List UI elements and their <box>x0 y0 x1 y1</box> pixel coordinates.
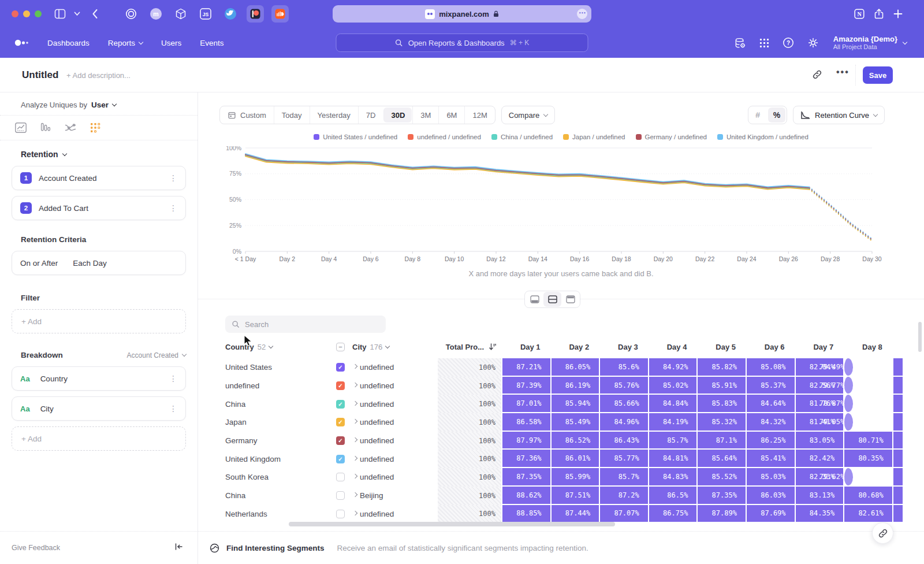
give-feedback-link[interactable]: Give Feedback <box>12 544 60 552</box>
tab-insights[interactable] <box>8 116 33 140</box>
apps-grid-icon[interactable] <box>759 38 769 48</box>
criteria-condition-selector[interactable]: On or After <box>20 259 58 268</box>
share-link-fab[interactable] <box>872 522 893 544</box>
breakdown-card-city[interactable]: Aa City ⋮ <box>12 396 186 421</box>
expand-row-icon[interactable] <box>351 366 360 368</box>
day-column-header[interactable]: Day 8 <box>843 343 892 351</box>
report-title[interactable]: Untitled <box>22 69 58 81</box>
back-icon[interactable] <box>92 9 98 19</box>
range-7d[interactable]: 7D <box>358 106 383 124</box>
row-checkbox[interactable] <box>336 473 345 481</box>
step-card-added-to-cart[interactable]: 2 Added To Cart ⋮ <box>12 196 186 220</box>
expand-row-icon[interactable] <box>351 403 360 405</box>
compare-button[interactable]: Compare <box>501 106 555 124</box>
kebab-menu-icon[interactable]: ⋮ <box>169 406 177 411</box>
day-column-header[interactable]: Day 2 <box>550 343 599 351</box>
settings-gear-icon[interactable] <box>807 37 819 49</box>
close-window-icon[interactable] <box>12 10 18 17</box>
range-6m[interactable]: 6M <box>438 106 464 124</box>
legend-item[interactable]: United States / undefined <box>314 133 397 140</box>
range-yesterday[interactable]: Yesterday <box>310 106 358 124</box>
legend-item[interactable]: Japan / undefined <box>563 133 625 140</box>
nav-item-reports[interactable]: Reports <box>108 39 143 47</box>
tab-funnels[interactable] <box>33 116 58 140</box>
kebab-menu-icon[interactable]: ⋮ <box>169 205 177 211</box>
url-more-icon[interactable]: ⋯ <box>577 9 587 19</box>
view-toggle-bottom-panel-icon[interactable] <box>526 292 543 307</box>
help-icon[interactable]: ? <box>783 37 794 49</box>
day-column-header[interactable]: Day 7 <box>795 343 844 351</box>
vertical-scrollbar[interactable] <box>918 322 922 352</box>
collapse-sidebar-icon[interactable] <box>174 543 183 553</box>
row-checkbox[interactable]: ✓ <box>336 381 345 390</box>
chevron-down-icon[interactable] <box>74 12 80 16</box>
range-12m[interactable]: 12M <box>464 106 494 124</box>
select-all-checkbox[interactable]: – <box>336 343 345 351</box>
nav-item-dashboards[interactable]: Dashboards <box>47 39 90 47</box>
cube-favicon[interactable] <box>172 5 189 23</box>
sort-icon[interactable] <box>489 343 497 351</box>
data-management-icon[interactable] <box>734 37 746 49</box>
js-favicon[interactable]: JS <box>197 5 214 23</box>
range-custom[interactable]: Custom <box>220 106 274 124</box>
add-filter-button[interactable]: + Add <box>12 309 186 333</box>
tab-flows[interactable] <box>58 116 83 140</box>
maximize-window-icon[interactable] <box>35 10 42 17</box>
range-3m[interactable]: 3M <box>412 106 438 124</box>
total-column-header[interactable]: Total Pro... <box>438 343 501 351</box>
expand-row-icon[interactable] <box>351 513 360 515</box>
breakdown-scope-selector[interactable]: Account Created <box>127 351 186 359</box>
new-tab-icon[interactable] <box>893 9 903 19</box>
legend-item[interactable]: China / undefined <box>491 133 553 140</box>
legend-item[interactable]: United Kingdom / undefined <box>717 133 808 140</box>
horizontal-scrollbar[interactable] <box>289 522 615 526</box>
expand-row-icon[interactable] <box>351 476 360 478</box>
range-30d[interactable]: 30D <box>383 107 412 123</box>
expand-row-icon[interactable] <box>351 440 360 441</box>
kebab-menu-icon[interactable]: ⋮ <box>169 175 177 181</box>
range-today[interactable]: Today <box>274 106 310 124</box>
expand-row-icon[interactable] <box>351 385 360 387</box>
save-button[interactable]: Save <box>863 66 893 84</box>
expand-row-icon[interactable] <box>351 495 360 496</box>
view-toggle-top-panel-icon[interactable] <box>561 292 579 307</box>
step-card-account-created[interactable]: 1 Account Created ⋮ <box>12 166 186 190</box>
bird-favicon[interactable] <box>222 5 239 23</box>
day-column-header[interactable]: Day 1 <box>501 343 550 351</box>
mixpanel-logo-icon[interactable] <box>14 39 30 47</box>
letter-m-favicon[interactable]: m <box>147 5 165 23</box>
copy-link-icon[interactable] <box>812 69 822 82</box>
global-search-button[interactable]: Open Reports & Dashboards ⌘ + K <box>336 34 588 52</box>
segments-title[interactable]: Find Interesting Segments <box>226 544 325 552</box>
patreon-favicon[interactable] <box>247 5 264 23</box>
expand-row-icon[interactable] <box>351 421 360 423</box>
table-search[interactable] <box>225 316 386 333</box>
row-checkbox[interactable]: ✓ <box>336 455 345 463</box>
tab-retention[interactable] <box>83 116 107 140</box>
row-checkbox[interactable]: ✓ <box>336 363 345 372</box>
criteria-interval-selector[interactable]: Each Day <box>73 259 107 268</box>
day-column-header[interactable]: Day 6 <box>746 343 795 351</box>
expand-row-icon[interactable] <box>351 458 360 460</box>
breakdown-card-country[interactable]: Aa Country ⋮ <box>12 366 186 391</box>
day-column-header[interactable]: Day 3 <box>599 343 648 351</box>
soundcloud-favicon[interactable] <box>271 5 289 23</box>
kebab-menu-icon[interactable]: ⋮ <box>169 376 177 381</box>
notion-extension-icon[interactable]: N <box>854 8 865 20</box>
retention-section-title[interactable]: Retention <box>21 150 58 159</box>
view-toggle-split-rows-icon[interactable] <box>543 292 561 307</box>
report-description-placeholder[interactable]: + Add description... <box>66 71 131 80</box>
nav-item-users[interactable]: Users <box>161 39 181 47</box>
table-search-input[interactable] <box>245 320 372 329</box>
row-checkbox[interactable]: ✓ <box>336 418 345 426</box>
city-column-header[interactable]: – City 176 <box>336 343 438 351</box>
project-selector[interactable]: Amazonia {Demo} All Project Data <box>833 35 907 51</box>
more-options-icon[interactable]: ••• <box>836 67 850 77</box>
nav-item-events[interactable]: Events <box>200 39 223 47</box>
row-checkbox[interactable] <box>336 510 345 518</box>
legend-item[interactable]: Germany / undefined <box>636 133 707 140</box>
row-checkbox[interactable] <box>336 491 345 500</box>
ring-favicon[interactable] <box>122 5 140 23</box>
day-column-header[interactable]: Day 4 <box>648 343 697 351</box>
url-bar[interactable]: mixpanel.com ⋯ <box>333 5 591 23</box>
